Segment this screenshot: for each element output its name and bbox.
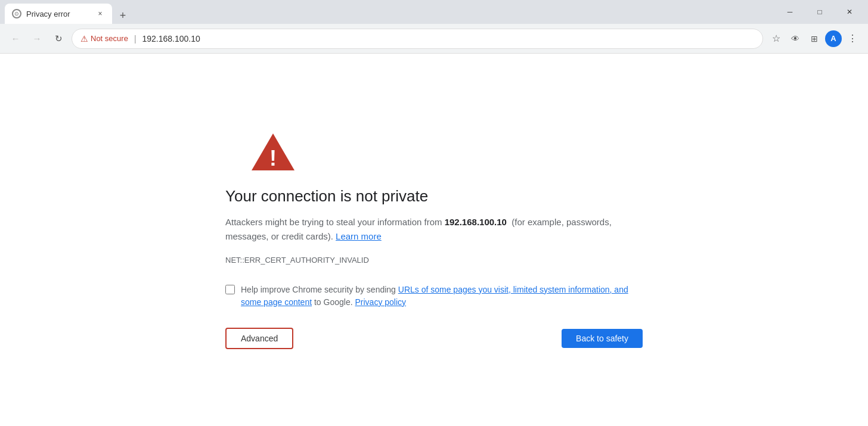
advanced-button[interactable]: Advanced	[225, 328, 293, 349]
url-separator: |	[134, 34, 137, 43]
active-tab[interactable]: ⊙ Privacy error ×	[5, 4, 112, 24]
avatar[interactable]: A	[825, 30, 842, 47]
bookmark-star-icon[interactable]: ☆	[768, 30, 785, 47]
url-bar[interactable]: ⚠ Not secure | 192.168.100.10	[72, 29, 763, 49]
error-title: Your connection is not private	[225, 187, 428, 206]
domain-name: 192.168.100.10	[445, 217, 507, 227]
not-secure-indicator: ⚠ Not secure	[80, 34, 128, 43]
warning-triangle-icon: !	[249, 131, 297, 173]
menu-icon[interactable]: ⋮	[844, 30, 861, 47]
privacy-policy-link[interactable]: Privacy policy	[355, 297, 406, 307]
toolbar-icons: ☆ 👁 ⊞ A ⋮	[768, 30, 861, 47]
error-code: NET::ERR_CERT_AUTHORITY_INVALID	[225, 256, 369, 265]
forward-button[interactable]: →	[29, 30, 45, 47]
tab-close-button[interactable]: ×	[95, 9, 105, 18]
back-button[interactable]: ←	[7, 30, 24, 47]
window-controls: ─ □ ✕	[776, 2, 863, 21]
learn-more-link[interactable]: Learn more	[336, 231, 382, 241]
minimize-button[interactable]: ─	[776, 2, 804, 21]
error-container: ! Your connection is not private Attacke…	[225, 131, 643, 349]
checkbox-after-text: to Google.	[312, 297, 355, 307]
tab-title: Privacy error	[26, 10, 91, 18]
checkbox-section: Help improve Chrome security by sending …	[225, 284, 643, 309]
close-button[interactable]: ✕	[836, 2, 863, 21]
extension-eye-icon[interactable]: 👁	[787, 30, 804, 47]
svg-text:!: !	[269, 146, 277, 170]
button-row: Advanced Back to safety	[225, 328, 643, 349]
titlebar: ⊙ Privacy error × + ─ □ ✕	[0, 0, 868, 24]
tab-favicon-icon: ⊙	[12, 9, 21, 18]
tab-bar: ⊙ Privacy error × +	[5, 0, 774, 24]
url-text: 192.168.100.10	[142, 34, 200, 43]
address-bar: ← → ↻ ⚠ Not secure | 192.168.100.10 ☆ 👁 …	[0, 24, 868, 54]
description-before-text: Attackers might be trying to steal your …	[225, 217, 445, 227]
page-content: ! Your connection is not private Attacke…	[0, 54, 868, 426]
privacy-checkbox[interactable]	[225, 285, 235, 294]
back-to-safety-button[interactable]: Back to safety	[562, 329, 643, 348]
error-description: Attackers might be trying to steal your …	[225, 215, 643, 244]
warning-icon: ⚠	[80, 34, 88, 43]
maximize-button[interactable]: □	[806, 2, 833, 21]
not-secure-label: Not secure	[91, 34, 128, 43]
checkbox-label: Help improve Chrome security by sending …	[241, 284, 643, 309]
reload-button[interactable]: ↻	[50, 30, 67, 47]
office-icon[interactable]: ⊞	[806, 30, 823, 47]
checkbox-before-text: Help improve Chrome security by sending	[241, 285, 398, 294]
new-tab-button[interactable]: +	[114, 7, 131, 24]
